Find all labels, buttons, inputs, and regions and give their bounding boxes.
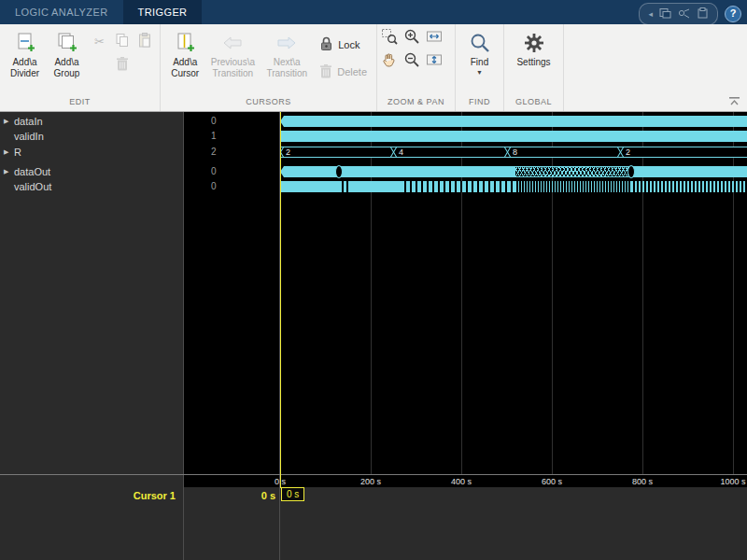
add-divider-label-2: Divider [10, 68, 39, 79]
toolbar-filler [564, 24, 747, 111]
channel-value: 0 [211, 165, 267, 178]
lock-icon [319, 35, 333, 53]
channel-name: dataOut [14, 165, 50, 178]
fit-to-view-x-button[interactable] [425, 29, 443, 47]
channel-name: validOut [14, 180, 51, 193]
cursor-time-label: 0 s [183, 490, 275, 501]
find-button[interactable]: Find ▼ [459, 27, 500, 97]
zoom-in-button[interactable] [402, 29, 420, 47]
channel-row-validOut[interactable]: validOut [0, 180, 183, 193]
wave-validIn [280, 131, 747, 142]
collapse-toolstrip-button[interactable] [726, 94, 742, 108]
axis-tick-label: 1000 s [720, 477, 745, 486]
chevron-left-icon[interactable]: ◂ [648, 7, 653, 21]
toolbar-group-zoom-pan: ZOOM & PAN [377, 24, 456, 111]
axis-tick-label: 400 s [451, 477, 472, 486]
help-button[interactable]: ? [725, 6, 741, 22]
copy-window-icon[interactable] [659, 6, 671, 22]
channel-row-dataOut[interactable]: ▶ dataOut [0, 165, 183, 178]
zoom-in-icon [403, 28, 420, 49]
clipboard-icon[interactable] [697, 6, 709, 22]
expand-arrow-icon[interactable]: ▶ [4, 118, 8, 125]
wave-dataOut [280, 166, 747, 177]
lock-label: Lock [338, 39, 359, 50]
add-divider-button[interactable]: Add\aDivider [4, 27, 46, 97]
wave-R: 2482 [280, 147, 747, 158]
compare-icon[interactable] [678, 6, 690, 22]
pan-button[interactable] [380, 52, 398, 70]
next-transition-label-2: Transition [266, 68, 307, 79]
add-group-label-1: Add\a [54, 57, 80, 68]
time-axis-labels: 0 s200 s400 s600 s800 s1000 s [0, 477, 747, 488]
channel-row-R[interactable]: ▶ R [0, 146, 183, 159]
title-bar: LOGIC ANALYZER TRIGGER ◂ ? [0, 0, 747, 24]
add-group-icon [56, 31, 78, 55]
scissors-icon: ✂ [94, 35, 105, 48]
fit-to-view-y-button[interactable] [425, 52, 443, 70]
zoom-out-button[interactable] [402, 52, 420, 70]
expand-arrow-icon[interactable]: ▶ [4, 168, 8, 175]
cursor-time-box[interactable]: 0 s [281, 487, 304, 501]
cut-button[interactable]: ✂ [91, 33, 108, 50]
settings-button[interactable]: Settings [509, 27, 559, 97]
bus-value-label: 8 [513, 147, 517, 157]
expand-arrow-icon[interactable]: ▶ [4, 148, 8, 156]
zoom-in-region-icon [381, 28, 398, 49]
settings-label: Settings [516, 57, 550, 68]
zoom-in-region-button[interactable] [380, 29, 398, 47]
channel-value: 0 [211, 180, 267, 193]
copy-icon [115, 33, 130, 51]
toolstrip: Add\aDivider Add\aGroup ✂ EDIT [0, 24, 747, 112]
group-label-cursors: CURSORS [161, 97, 376, 111]
paste-button[interactable] [135, 33, 153, 50]
delete-cursor-label: Delete [337, 66, 367, 77]
bus-value-label: 2 [626, 147, 630, 157]
trash-icon [319, 63, 332, 80]
next-transition-button[interactable]: Next\aTransition [260, 27, 314, 97]
add-group-button[interactable]: Add\aGroup [46, 27, 88, 97]
group-label-find: FIND [456, 97, 503, 111]
add-cursor-label-2: Cursor [171, 68, 199, 79]
find-label: Find [471, 57, 488, 68]
trash-icon [116, 56, 129, 75]
next-transition-icon [276, 31, 297, 55]
group-label-edit: EDIT [0, 97, 160, 111]
channel-row-dataIn[interactable]: ▶ dataIn [0, 115, 183, 128]
toolbar-group-edit: Add\aDivider Add\aGroup ✂ EDIT [0, 24, 161, 111]
channel-value: 1 [211, 130, 267, 143]
axis-tick-label: 600 s [542, 477, 562, 486]
paste-icon [137, 33, 152, 51]
delete-cursor-button[interactable]: Delete [317, 63, 370, 81]
lock-cursor-button[interactable]: Lock [317, 35, 370, 54]
toolbar-group-global: Settings GLOBAL [504, 24, 564, 111]
channel-value: 2 [211, 146, 267, 159]
channel-value: 0 [211, 115, 267, 128]
toolbar-group-find: Find ▼ FIND [456, 24, 504, 111]
previous-transition-label-2: Transition [211, 68, 255, 79]
waveform-canvas[interactable]: 2482 [280, 112, 747, 474]
group-label-global: GLOBAL [504, 97, 563, 111]
time-cursor[interactable] [280, 112, 281, 488]
hand-icon [381, 51, 398, 72]
delete-channel-button[interactable] [113, 56, 131, 74]
channel-name: R [14, 146, 21, 159]
cursor-name-label: Cursor 1 [0, 490, 176, 501]
add-group-label-2: Group [54, 68, 80, 79]
previous-transition-icon [222, 31, 243, 55]
axis-tick-label: 800 s [632, 477, 653, 486]
add-divider-label-1: Add\a [10, 57, 39, 68]
tab-logic-analyzer[interactable]: LOGIC ANALYZER [0, 0, 123, 24]
add-cursor-button[interactable]: Add\aCursor [164, 27, 205, 97]
titlebar-quick-access: ◂ ? [639, 3, 741, 25]
add-cursor-icon [174, 31, 196, 55]
zoom-out-icon [403, 51, 420, 72]
channel-row-validIn[interactable]: validIn [0, 130, 183, 143]
previous-transition-button[interactable]: Previous\aTransition [205, 27, 260, 97]
add-cursor-label-1: Add\a [171, 57, 199, 68]
add-divider-icon [14, 31, 36, 55]
axis-tick-label: 200 s [360, 477, 381, 486]
copy-button[interactable] [113, 33, 131, 50]
wave-dataIn [280, 116, 747, 127]
fit-width-icon [426, 28, 443, 49]
tab-trigger[interactable]: TRIGGER [123, 0, 203, 24]
